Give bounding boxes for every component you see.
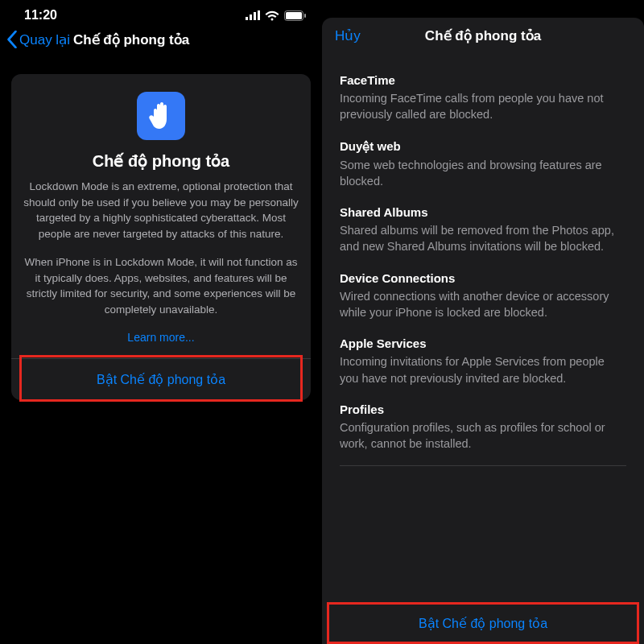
- status-icons: [246, 10, 306, 21]
- section-shared-albums: Shared Albums Shared albums will be remo…: [340, 205, 626, 255]
- battery-icon: [284, 10, 306, 21]
- section-body: Configuration profiles, such as profiles…: [340, 419, 626, 452]
- section-title: Shared Albums: [340, 205, 626, 219]
- section-title: Profiles: [340, 402, 626, 416]
- cancel-button[interactable]: Hủy: [335, 27, 361, 44]
- section-apple-services: Apple Services Incoming invitations for …: [340, 336, 626, 386]
- nav-bar: Quay lại Chế độ phong tỏa: [0, 26, 322, 60]
- section-body: Wired connections with another device or…: [340, 288, 626, 321]
- wifi-icon: [265, 10, 279, 21]
- sheet-title: Chế độ phong tỏa: [335, 27, 631, 44]
- section-title: Device Connections: [340, 271, 626, 285]
- card-title: Chế độ phong tỏa: [23, 151, 299, 171]
- svg-rect-1: [250, 14, 252, 20]
- learn-more-link[interactable]: Learn more...: [23, 331, 299, 358]
- status-bar: 11:20: [0, 0, 322, 26]
- back-button[interactable]: Quay lại: [6, 31, 70, 48]
- section-body: Incoming FaceTime calls from people you …: [340, 90, 626, 123]
- enable-lockdown-button[interactable]: Bật Chế độ phong tỏa: [23, 359, 299, 400]
- section-body: Shared albums will be removed from the P…: [340, 222, 626, 255]
- page-title: Chế độ phong tỏa: [73, 31, 312, 48]
- divider: [340, 465, 626, 466]
- card-para-2: When iPhone is in Lockdown Mode, it will…: [23, 254, 299, 317]
- left-screen: 11:20 Quay lại Chế độ phong tỏa Chế độ p…: [0, 0, 322, 644]
- section-title: FaceTime: [340, 73, 626, 87]
- card-para-1: Lockdown Mode is an extreme, optional pr…: [23, 179, 299, 242]
- svg-rect-3: [258, 10, 260, 20]
- section-device-connections: Device Connections Wired connections wit…: [340, 271, 626, 321]
- section-body: Incoming invitations for Apple Services …: [340, 353, 626, 386]
- sheet-body[interactable]: FaceTime Incoming FaceTime calls from pe…: [322, 54, 644, 603]
- section-title: Apple Services: [340, 336, 626, 350]
- svg-rect-6: [304, 14, 306, 18]
- section-facetime: FaceTime Incoming FaceTime calls from pe…: [340, 73, 626, 123]
- section-web: Duyệt web Some web technologies and brow…: [340, 139, 626, 190]
- lockdown-hand-icon: [137, 92, 185, 140]
- back-label: Quay lại: [19, 31, 70, 48]
- enable-lockdown-button[interactable]: Bật Chế độ phong tỏa: [322, 603, 644, 644]
- svg-rect-0: [246, 17, 248, 20]
- chevron-left-icon: [6, 31, 18, 48]
- section-title: Duyệt web: [340, 139, 626, 154]
- lockdown-info-sheet: Hủy Chế độ phong tỏa FaceTime Incoming F…: [322, 18, 644, 644]
- cellular-icon: [246, 10, 260, 20]
- section-profiles: Profiles Configuration profiles, such as…: [340, 402, 626, 452]
- svg-rect-2: [254, 12, 256, 20]
- status-time: 11:20: [24, 8, 57, 23]
- lockdown-card: Chế độ phong tỏa Lockdown Mode is an ext…: [11, 74, 311, 400]
- section-body: Some web technologies and browsing featu…: [340, 157, 626, 190]
- right-screen: Hủy Chế độ phong tỏa FaceTime Incoming F…: [322, 0, 644, 644]
- sheet-backdrop: [322, 0, 644, 18]
- svg-rect-5: [286, 12, 302, 19]
- sheet-header: Hủy Chế độ phong tỏa: [322, 18, 644, 54]
